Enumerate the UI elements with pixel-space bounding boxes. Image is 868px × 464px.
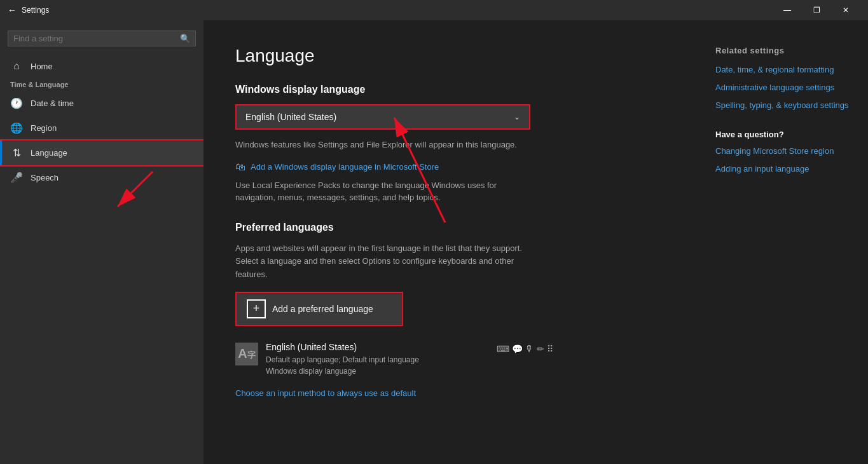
home-icon: ⌂ [10, 60, 23, 72]
language-info: English (United States) ⌨ 💬 🎙 ✏ ⠿ Defaul… [266, 341, 553, 377]
right-panel: Related settings Date, time, & regional … [703, 20, 868, 464]
globe-icon: 🌐 [10, 122, 23, 134]
sidebar-label-language: Language [31, 148, 67, 158]
question-link-language[interactable]: Adding an input language [715, 163, 855, 175]
sidebar-item-region[interactable]: 🌐 Region [0, 116, 203, 140]
display-language-title: Windows display language [235, 84, 671, 95]
related-link-spelling[interactable]: Spelling, typing, & keyboard settings [715, 100, 855, 111]
page-title: Language [235, 46, 671, 66]
related-link-datetime[interactable]: Date, time, & regional formatting [715, 64, 855, 76]
choose-input-link[interactable]: Choose an input method to always use as … [235, 388, 416, 398]
related-settings-title: Related settings [715, 46, 855, 55]
app-body: 🔍 ⌂ Home Time & Language 🕐 Date & time 🌐… [0, 20, 868, 464]
language-name: English (United States) [266, 342, 357, 352]
minimize-button[interactable]: — [773, 0, 802, 20]
mic-icon: 🎙 [525, 344, 534, 354]
search-icon: 🔍 [180, 34, 190, 43]
choose-input-link-container: Choose an input method to always use as … [235, 387, 671, 399]
display-language-dropdown[interactable]: English (United States) ⌄ [237, 106, 529, 128]
have-question-title: Have a question? [715, 130, 855, 139]
add-language-btn-container[interactable]: + Add a preferred language [235, 292, 403, 326]
speech-icon: 💬 [512, 344, 523, 354]
maximize-button[interactable]: ❐ [802, 0, 831, 20]
language-icon: ⇅ [10, 147, 23, 159]
preferred-languages-title: Preferred languages [235, 222, 671, 233]
handwriting-icon: ✏ [537, 344, 544, 354]
plus-icon: + [247, 299, 266, 318]
sidebar-section-label: Time & Language [0, 78, 203, 91]
title-bar: ← Settings — ❐ ✕ [0, 0, 868, 20]
preferred-languages-section: Preferred languages Apps and websites wi… [235, 222, 671, 399]
back-button[interactable]: ← [8, 5, 17, 15]
preferred-desc: Apps and websites will appear in the fir… [235, 242, 528, 282]
search-input[interactable] [13, 34, 180, 43]
language-capability-icons: ⌨ 💬 🎙 ✏ ⠿ [497, 344, 553, 354]
sidebar-label-datetime: Date & time [31, 99, 74, 108]
language-flag-icon: A字 [235, 343, 258, 365]
store-icon: 🛍 [235, 161, 245, 173]
sidebar: 🔍 ⌂ Home Time & Language 🕐 Date & time 🌐… [0, 20, 203, 464]
search-container[interactable]: 🔍 [8, 31, 196, 46]
related-link-admin[interactable]: Administrative language settings [715, 82, 855, 93]
braille-icon: ⠿ [547, 344, 553, 354]
close-button[interactable]: ✕ [831, 0, 860, 20]
selected-language: English (United States) [245, 112, 336, 122]
chevron-down-icon: ⌄ [514, 113, 520, 121]
display-language-dropdown-container[interactable]: English (United States) ⌄ [235, 104, 530, 130]
clock-icon: 🕐 [10, 97, 23, 109]
sidebar-label-home: Home [31, 62, 53, 71]
sidebar-item-date-time[interactable]: 🕐 Date & time [0, 91, 203, 116]
keyboard-icon: ⌨ [497, 344, 509, 354]
sidebar-label-speech: Speech [31, 173, 59, 182]
store-link-desc: Use Local Experience Packs to change the… [235, 179, 528, 204]
question-link-region[interactable]: Changing Microsoft Store region [715, 146, 855, 157]
language-meta-line2: Windows display language [266, 365, 553, 377]
sidebar-item-home[interactable]: ⌂ Home [0, 54, 203, 78]
sidebar-item-language[interactable]: ⇅ Language [0, 140, 203, 165]
sidebar-label-region: Region [31, 123, 57, 133]
store-link[interactable]: Add a Windows display language in Micros… [251, 162, 439, 172]
main-content: Language Windows display language Englis… [203, 20, 703, 464]
sidebar-item-speech[interactable]: 🎤 Speech [0, 165, 203, 190]
microphone-icon: 🎤 [10, 172, 23, 184]
language-meta-line1: Default app language; Default input lang… [266, 354, 553, 365]
add-language-label: Add a preferred language [272, 304, 373, 314]
add-preferred-language-button[interactable]: + Add a preferred language [237, 293, 402, 325]
window-controls: — ❐ ✕ [773, 0, 860, 20]
language-entry-english: A字 English (United States) ⌨ 💬 🎙 ✏ ⠿ Def [235, 336, 553, 382]
display-language-section: Windows display language English (United… [235, 84, 671, 204]
title-bar-title: Settings [22, 6, 773, 15]
store-link-row: 🛍 Add a Windows display language in Micr… [235, 161, 671, 173]
display-language-info: Windows features like Settings and File … [235, 139, 528, 151]
